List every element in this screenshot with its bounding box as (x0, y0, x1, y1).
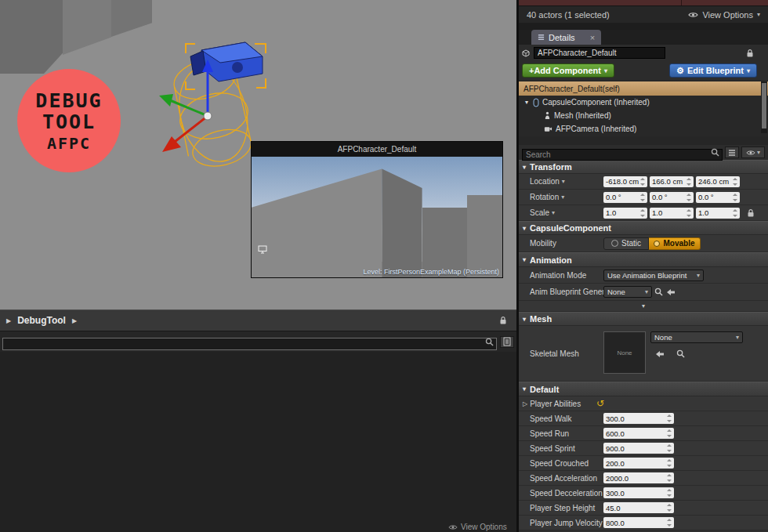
gizmo-x-axis[interactable] (172, 116, 208, 144)
property-label: Speed Acceleration (519, 474, 603, 483)
player-step-height-row: Player Step Height 45.0 (519, 501, 768, 516)
details-view-options-button[interactable]: ▾ (741, 147, 765, 158)
browse-asset-button[interactable] (652, 286, 665, 298)
chevron-down-icon[interactable]: ▾ (552, 209, 555, 216)
use-selected-asset-button[interactable] (665, 286, 677, 298)
mobility-static-option[interactable]: Static (603, 237, 649, 250)
reset-to-default-icon[interactable]: ↺ (596, 399, 604, 408)
tree-expand-icon[interactable]: ▾ (523, 99, 530, 106)
add-component-button[interactable]: +Add Component ▾ (522, 63, 614, 78)
chevron-down-icon[interactable]: ▾ (561, 194, 564, 201)
lock-icon[interactable] (499, 316, 507, 325)
spinbox-icon[interactable] (666, 459, 672, 467)
speed-sprint-field[interactable]: 900.0 (603, 443, 674, 454)
section-header-mesh[interactable]: ▾ Mesh (519, 312, 768, 326)
asset-thumbnail[interactable]: None (603, 331, 646, 374)
tree-row-self[interactable]: AFPCharacter_Default(self) (519, 81, 768, 96)
section-header-default[interactable]: ▾ Default (519, 382, 768, 396)
tree-row-camera[interactable]: AFPCamera (Inherited) (519, 122, 768, 136)
location-z-field[interactable]: 246.0 cm (696, 176, 740, 187)
debug-search-box[interactable] (2, 335, 497, 348)
rotation-y-field[interactable]: 0.0 ° (650, 192, 694, 203)
triangle-right-icon[interactable]: ▶ (6, 317, 11, 324)
level-viewport[interactable]: DEBUG TOOL AFPC (0, 0, 516, 309)
property-label: Animation Mode (519, 271, 603, 280)
outliner-view-options[interactable]: View Options ▾ (688, 10, 760, 20)
property-label: Speed Crouched (519, 459, 603, 468)
speed-decceleration-field[interactable]: 300.0 (603, 487, 674, 498)
spinbox-icon[interactable] (686, 194, 692, 201)
debug-view-options[interactable]: View Options (448, 523, 509, 531)
scale-z-field[interactable]: 1.0 (696, 208, 740, 219)
expand-right-icon[interactable]: ▷ (523, 400, 527, 407)
speed-run-field[interactable]: 600.0 (603, 428, 674, 439)
triangle-right-icon[interactable]: ▶ (72, 317, 77, 324)
tab-details[interactable]: Details × (531, 30, 601, 45)
property-matrix-button[interactable] (725, 147, 739, 158)
lock-icon[interactable] (746, 49, 754, 58)
section-header-capsulecomponent[interactable]: ▾ CapsuleComponent (519, 221, 768, 235)
scrollbar-thumb[interactable] (762, 83, 766, 128)
section-header-animation[interactable]: ▾ Animation (519, 252, 768, 267)
level-name-label: Level: FirstPersonExampleMap (Persistent… (363, 268, 499, 276)
speed-walk-field[interactable]: 300.0 (603, 413, 674, 424)
spinbox-icon[interactable] (686, 209, 692, 217)
spinbox-icon[interactable] (732, 209, 738, 217)
rotation-x-field[interactable]: 0.0 ° (603, 192, 647, 203)
property-label: Anim Blueprint Genera (519, 288, 603, 296)
spinbox-icon[interactable] (666, 429, 672, 437)
spinbox-icon[interactable] (666, 474, 672, 482)
close-icon[interactable]: × (590, 33, 595, 42)
browse-asset-button[interactable] (674, 348, 686, 360)
location-y-field[interactable]: 166.0 cm (650, 176, 694, 187)
saved-search-button[interactable] (500, 336, 514, 348)
scale-y-field[interactable]: 1.0 (650, 208, 694, 219)
location-x-field[interactable]: -618.0 cm (603, 176, 647, 187)
spinbox-icon[interactable] (732, 178, 738, 186)
player-step-height-field[interactable]: 45.0 (603, 502, 674, 513)
scale-x-field[interactable]: 1.0 (603, 208, 647, 219)
details-search-input[interactable] (522, 149, 723, 161)
gear-icon: ⚙ (676, 66, 684, 76)
spinbox-icon[interactable] (666, 504, 672, 512)
debug-search-input[interactable] (2, 338, 497, 350)
actor-name-input[interactable] (534, 47, 665, 59)
spinbox-icon[interactable] (639, 194, 646, 201)
gizmo-origin[interactable] (204, 112, 212, 120)
speed-acceleration-field[interactable]: 2000.0 (603, 472, 674, 483)
advanced-expander[interactable]: ▾ (519, 301, 768, 312)
edit-blueprint-label: Edit Blueprint (687, 66, 744, 75)
camera-icon (544, 125, 552, 132)
spinbox-icon[interactable] (666, 414, 672, 422)
lock-icon[interactable] (747, 208, 755, 218)
use-selected-asset-button[interactable] (654, 348, 666, 360)
animation-mode-dropdown[interactable]: Use Animation Blueprint ▾ (603, 270, 704, 281)
tree-row-mesh[interactable]: Mesh (Inherited) (519, 109, 768, 122)
debug-tool-header[interactable]: ▶ DebugTool ▶ (0, 309, 516, 331)
outliner-status-bar: 40 actors (1 selected) View Options ▾ (519, 6, 768, 23)
preview-scene: Level: FirstPersonExampleMap (Persistent… (252, 157, 502, 277)
spinbox-icon[interactable] (639, 178, 646, 186)
gizmo-y-axis[interactable] (170, 100, 208, 116)
spinbox-icon[interactable] (666, 444, 672, 452)
spinbox-icon[interactable] (666, 489, 672, 497)
property-label: Skeletal Mesh (519, 326, 603, 381)
section-header-transform[interactable]: ▾ Transform (519, 160, 768, 174)
tree-scrollbar[interactable] (761, 81, 767, 133)
player-jump-velocity-field[interactable]: 800.0 (603, 517, 674, 528)
mobility-movable-option[interactable]: Movable (649, 237, 701, 250)
skeletal-mesh-dropdown[interactable]: None ▾ (650, 331, 743, 343)
spinbox-icon[interactable] (666, 519, 672, 527)
rotation-z-field[interactable]: 0.0 ° (696, 192, 740, 203)
details-search-box[interactable] (522, 147, 723, 158)
anim-blueprint-dropdown[interactable]: None ▾ (603, 286, 652, 298)
gizmo-y-arrowhead[interactable] (159, 94, 173, 107)
speed-crouched-field[interactable]: 200.0 (603, 458, 674, 469)
spinbox-icon[interactable] (686, 178, 692, 186)
move-icon (654, 241, 660, 247)
edit-blueprint-button[interactable]: ⚙ Edit Blueprint ▾ (669, 63, 757, 78)
tree-row-capsule[interactable]: ▾ CapsuleComponent (Inherited) (519, 96, 768, 109)
spinbox-icon[interactable] (639, 209, 646, 217)
spinbox-icon[interactable] (732, 194, 738, 201)
chevron-down-icon[interactable]: ▾ (562, 178, 565, 185)
